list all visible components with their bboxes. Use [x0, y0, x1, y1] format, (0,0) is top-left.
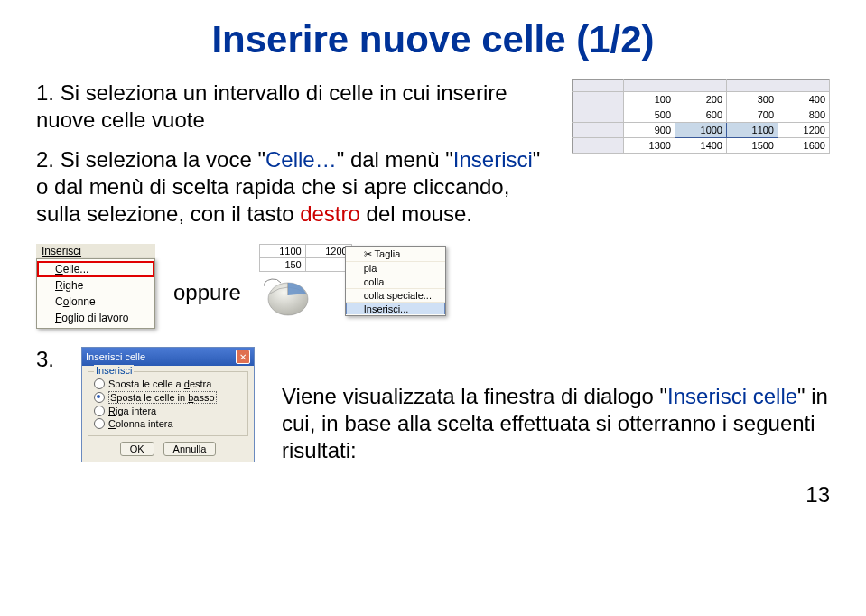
close-icon[interactable]: ✕ [236, 350, 250, 364]
cell: 200 [675, 92, 727, 107]
menu-inserisci-title[interactable]: Inserisci [36, 244, 155, 258]
step-2: 2. Si seleziona la voce "Celle…" dal men… [36, 146, 554, 228]
cell: 1300 [624, 138, 675, 154]
radio-riga-intera[interactable]: Riga intera [94, 405, 242, 417]
menu-inserisci-label: Inserisci [42, 245, 81, 257]
radio-colonna-intera[interactable]: Colonna intera [94, 417, 242, 430]
cell-selected: 1000 [675, 123, 727, 138]
menu-inserisci-dropdown: Celle... Righe Colonne Foglio di lavoro [36, 258, 155, 329]
step1-num: 1. [36, 80, 54, 105]
step2-menu: Inserisci [453, 147, 533, 172]
cell: 800 [778, 107, 830, 123]
step2-p4: del mouse. [360, 201, 472, 226]
ctx-item-incolla-speciale[interactable]: colla speciale... [346, 289, 445, 303]
cell: 1500 [727, 138, 778, 154]
inserisci-celle-dialog: Inserisci celle ✕ Inserisci Sposta le ce… [81, 347, 255, 462]
radio-sposta-destra[interactable]: Sposta le celle a destra [94, 378, 242, 390]
page-number: 13 [36, 482, 830, 508]
step2-p2: " dal menù " [337, 147, 453, 172]
ok-button[interactable]: OK [120, 442, 154, 456]
cell: 500 [624, 107, 675, 123]
radio-label: Colonna intera [108, 418, 173, 429]
ctx-item-incolla[interactable]: colla [346, 275, 445, 289]
radio-sposta-basso[interactable]: Sposta le celle in basso [94, 390, 242, 405]
step3-num: 3. [36, 347, 54, 372]
ctx-label: Inserisci... [364, 303, 409, 314]
spreadsheet-grid: 100 200 300 400 500 600 700 800 900 1000… [572, 79, 830, 154]
cell: 700 [727, 107, 778, 123]
mouse-icon [259, 275, 313, 319]
cell-selected: 1100 [727, 123, 778, 138]
radio-label: Sposta le celle a destra [108, 378, 211, 389]
ctx-label: colla [364, 276, 385, 287]
ctx-label: Taglia [375, 248, 401, 259]
context-menu-area: 1100 1200 150 [259, 244, 446, 319]
radio-icon [94, 378, 105, 389]
page-title: Inserire nuove celle (1/2) [36, 18, 830, 61]
menu-underline: R [55, 279, 63, 292]
cell: 100 [624, 92, 675, 107]
cell: 900 [624, 123, 675, 138]
cell: 1600 [778, 138, 830, 154]
cell: 1400 [675, 138, 727, 154]
dialog-titlebar: Inserisci celle ✕ [82, 348, 254, 366]
menu-underline: F [55, 312, 61, 324]
ctx-item-taglia[interactable]: ✂ Taglia [346, 247, 445, 262]
step-3: Viene visualizzata la finestra di dialog… [282, 383, 830, 464]
cell: 150 [259, 258, 305, 272]
radio-icon [94, 406, 105, 416]
radio-icon [94, 392, 105, 403]
cell: 300 [727, 92, 778, 107]
dialog-title-text: Inserisci celle [86, 351, 145, 362]
ctx-label: colla speciale... [364, 290, 432, 301]
step2-num: 2. [36, 147, 54, 172]
ctx-label: pia [364, 263, 377, 274]
radio-label: Sposta le celle in basso [108, 391, 217, 404]
step3-dlg: Inserisci celle [667, 384, 797, 408]
cell: 400 [778, 92, 830, 107]
step2-voice: Celle… [265, 147, 337, 172]
annulla-button[interactable]: Annulla [163, 442, 217, 456]
context-menu: ✂ Taglia pia colla colla speciale... Ins… [345, 246, 446, 316]
cell: 1100 [259, 245, 305, 258]
ctx-item-inserisci[interactable]: Inserisci... [346, 303, 445, 314]
step-1: 1. Si seleziona un intervallo di celle i… [36, 79, 554, 134]
step2-right: destro [300, 201, 360, 226]
menu-item-righe[interactable]: Righe [37, 277, 154, 294]
menu-underline: C [55, 263, 63, 275]
radio-icon [94, 418, 105, 429]
cell: 1200 [778, 123, 830, 138]
menu-item-colonne[interactable]: Colonne [37, 294, 154, 310]
radio-label: Riga intera [108, 406, 156, 416]
step2-p1: Si seleziona la voce " [61, 147, 265, 172]
cell: 600 [675, 107, 727, 123]
menu-item-foglio[interactable]: Foglio di lavoro [37, 310, 154, 326]
menu-underline: o [63, 295, 70, 308]
fieldset-legend: Inserisci [94, 365, 134, 376]
menu-item-celle[interactable]: Celle... [37, 261, 154, 277]
oppure-label: oppure [173, 280, 241, 305]
ctx-item-copia[interactable]: pia [346, 262, 445, 275]
step3-p1: Viene visualizzata la finestra di dialog… [282, 384, 667, 408]
mini-grid: 1100 1200 150 [259, 244, 352, 272]
step1-text: Si seleziona un intervallo di celle in c… [36, 80, 507, 132]
